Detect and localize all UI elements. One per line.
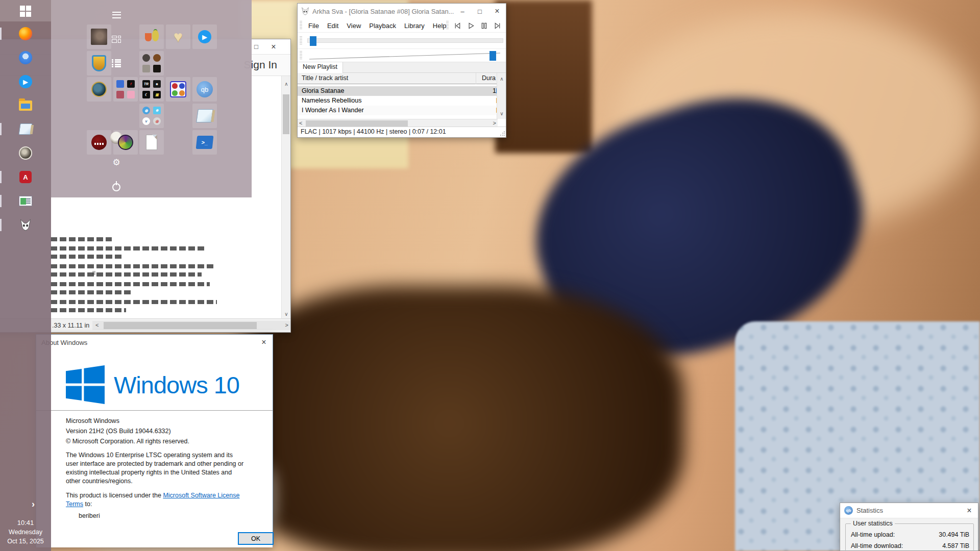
start-button[interactable] [0, 0, 51, 22]
menu-view[interactable]: View [342, 22, 365, 30]
tile-folder-group-a[interactable] [139, 51, 164, 76]
tile-folder-group-c[interactable]: TR☻ ☾▣ [139, 77, 164, 102]
tile-notepad2[interactable] [192, 104, 217, 128]
windows-logo-icon [20, 6, 31, 17]
playlist-row-selected[interactable]: Gloria Satanae 1 [298, 86, 498, 96]
taskbar-item-media-player[interactable]: ▶ [0, 70, 51, 93]
gear-icon[interactable]: ⚙ [109, 155, 124, 170]
playlist-row[interactable]: I Wonder As I Wander [298, 106, 498, 115]
media-player-window[interactable]: Arkha Sva - [Gloria Satanae #08] Gloria … [297, 3, 506, 138]
game-avatar-icon [19, 146, 32, 160]
tile-color-dots-app[interactable] [166, 77, 190, 102]
tray-expander-chevron[interactable]: › [32, 499, 35, 510]
stat-row-upload: All-time upload: 30.494 TiB [851, 531, 969, 538]
scroll-left-icon[interactable]: < [95, 322, 99, 328]
maximize-button[interactable]: □ [471, 4, 488, 19]
about-titlebar[interactable]: About Windows × [36, 335, 273, 350]
close-icon[interactable]: × [265, 39, 282, 54]
player-titlebar[interactable]: Arkha Sva - [Gloria Satanae #08] Gloria … [298, 4, 506, 19]
volume-thumb[interactable] [489, 51, 496, 61]
close-icon[interactable]: × [488, 4, 506, 19]
acrobat-reader-icon: A [19, 171, 32, 183]
column-title-artist[interactable]: Title / track artist [302, 74, 348, 82]
seekbar[interactable] [307, 38, 503, 43]
document-vertical-scrollbar[interactable]: ∧ ∨ [281, 76, 290, 319]
toolbar-grip[interactable] [300, 21, 302, 30]
powershell-icon: >_ [196, 136, 214, 149]
column-divider[interactable] [476, 73, 476, 84]
resize-grip[interactable] [500, 131, 505, 136]
scroll-right-icon[interactable]: > [493, 120, 496, 126]
statistics-window[interactable]: qb Statistics × User statistics All-time… [840, 503, 978, 551]
hamburger-menu-icon[interactable] [109, 7, 124, 22]
statistics-titlebar[interactable]: qb Statistics × [840, 503, 978, 518]
taskbar-item-foobar2000[interactable] [0, 214, 51, 236]
tile-red-face-app[interactable] [87, 130, 111, 155]
scroll-down-icon[interactable]: ∨ [282, 309, 291, 318]
stat-label: All-time upload: [851, 531, 895, 538]
volume-slider[interactable] [307, 49, 503, 62]
scroll-up-icon[interactable]: ∧ [497, 74, 506, 83]
menu-library[interactable]: Library [400, 22, 429, 30]
taskbar-item-firefox[interactable] [0, 22, 51, 45]
tile-folder-group-d[interactable]: ◍❄ v◎ [139, 104, 164, 128]
taskbar-item-file-explorer[interactable] [0, 94, 51, 117]
about-windows-dialog[interactable]: About Windows × Windows 10 Microsoft Win… [36, 334, 273, 547]
tile-swirl-app[interactable] [113, 130, 138, 155]
ok-button[interactable]: OK [238, 532, 274, 545]
scroll-left-icon[interactable]: < [299, 120, 302, 126]
scroll-down-icon[interactable]: ∨ [497, 109, 506, 118]
taskbar-item-acrobat[interactable]: A [0, 166, 51, 188]
playlist-tab[interactable]: New Playlist [298, 62, 343, 73]
file-explorer-icon [19, 101, 32, 111]
page-size-label: .33 x 11.11 in [52, 322, 89, 329]
taskbar-item-notepad[interactable] [0, 118, 51, 140]
tile-qbittorrent[interactable]: qb [192, 77, 217, 102]
stat-label: All-time download: [851, 542, 903, 549]
column-duration[interactable]: Dura [482, 74, 496, 82]
taskbar-item-game[interactable] [0, 142, 51, 164]
play-icon[interactable] [464, 19, 477, 32]
pause-icon[interactable] [477, 19, 491, 32]
toolbar-grip[interactable] [446, 21, 449, 30]
chromium-icon [19, 51, 32, 64]
document-horizontal-scrollbar[interactable]: < > [92, 321, 290, 330]
next-track-icon[interactable] [491, 19, 504, 32]
toolbar-grip[interactable] [300, 36, 302, 45]
playlist-vertical-scrollbar[interactable]: ∧ ∨ [497, 73, 506, 119]
menu-file[interactable]: File [304, 22, 323, 30]
taskbar-clock[interactable]: 10:41 Wednesday Oct 15, 2025 [0, 518, 51, 546]
playlist-row[interactable]: Nameless Rebellious [298, 96, 498, 106]
tile-media-player[interactable]: ▶ [192, 24, 217, 49]
player-statusbar: FLAC | 1017 kbps | 44100 Hz | stereo | 0… [298, 127, 506, 137]
scroll-right-icon[interactable]: > [285, 322, 288, 328]
toolbar-grip[interactable] [300, 51, 302, 60]
minimize-button[interactable]: – [454, 4, 471, 19]
tile-anime-app[interactable] [87, 24, 111, 49]
previous-track-icon[interactable] [451, 19, 464, 32]
scroll-up-icon[interactable]: ∧ [282, 79, 291, 88]
tile-powershell[interactable]: >_ [192, 130, 217, 155]
taskbar-item-chromium[interactable] [0, 46, 51, 69]
firefox-icon [19, 27, 32, 40]
playlist-header[interactable]: Title / track artist Dura [298, 73, 498, 84]
menu-edit[interactable]: Edit [323, 22, 342, 30]
tile-heart-app[interactable]: ♥ [166, 24, 190, 49]
close-icon[interactable]: × [961, 503, 978, 518]
tile-shield-game[interactable] [87, 51, 111, 76]
taskbar-item-image-viewer[interactable] [0, 190, 51, 212]
seekbar-thumb[interactable] [310, 36, 316, 46]
scrollbar-thumb[interactable] [283, 94, 289, 134]
scrollbar-thumb[interactable] [104, 322, 257, 329]
clock-time: 10:41 [0, 518, 51, 528]
license-prefix: This product is licensed under the [66, 492, 163, 499]
redacted-text-speck [92, 271, 95, 275]
power-icon[interactable] [109, 180, 124, 195]
menu-playback[interactable]: Playback [365, 22, 400, 30]
close-icon[interactable]: × [255, 335, 273, 350]
tile-document-app[interactable] [139, 130, 164, 155]
tile-folder-group-b[interactable]: f [113, 77, 138, 102]
tile-league-of-legends[interactable] [87, 77, 111, 102]
redacted-text-line [51, 264, 215, 268]
tile-drink-app[interactable] [139, 24, 164, 49]
